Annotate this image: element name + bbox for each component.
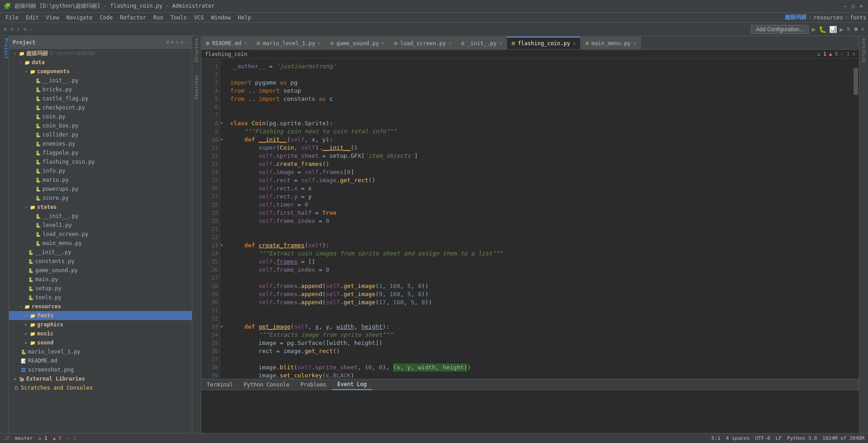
menu-vcs[interactable]: VCS [190,14,208,22]
right-scrollbar[interactable] [854,59,859,379]
project-breadcrumb-1[interactable]: 超级玛丽 [785,14,806,21]
fold-8[interactable]: ▾ [220,119,227,127]
maximize-button[interactable]: □ [850,3,856,9]
project-breadcrumb-2[interactable]: resources [814,14,843,21]
fold-23[interactable]: ▾ [220,241,227,250]
debug-button[interactable]: 🐛 [819,26,826,33]
tree-game-sound[interactable]: 🐍 game_sound.py [9,266,192,275]
tree-scratches[interactable]: 🗒 Scratches and Consoles [9,383,192,392]
fold-33[interactable]: ▾ [220,323,227,331]
project-sort-icon[interactable]: ↕ [175,39,179,45]
tab-mario-level-1[interactable]: mario_level_1.py ✕ [252,37,326,49]
profile-button[interactable]: 📊 [829,26,837,33]
tree-mario[interactable]: 🐍 mario.py [9,175,192,184]
project-settings-icon[interactable]: ⚙ [166,39,169,45]
tab-init[interactable]: _init_.py ✕ [456,37,507,49]
menu-window[interactable]: Window [208,14,234,22]
tab-main-menu[interactable]: main_menu.py ✕ [581,37,641,49]
tree-bricks[interactable]: 🐍 bricks.py [9,85,192,94]
toolbar-icon-4[interactable]: ⚙ [24,26,27,32]
tree-init-states[interactable]: 🐍 __init__.py [9,212,192,221]
tree-castle-flag[interactable]: 🐍 castle_flag.py [9,94,192,103]
run-button[interactable]: ▶ [811,25,816,33]
menu-navigate[interactable]: Navigate [63,14,96,22]
tab-flashing-coin[interactable]: flashing_coin.py ✕ [507,37,581,49]
tab-close-load-screen[interactable]: ✕ [449,41,451,46]
tree-data-folder[interactable]: ▾ 📁 data [9,58,192,67]
bottom-tab-terminal[interactable]: Terminal [201,379,238,390]
tree-powerups[interactable]: 🐍 powerups.py [9,184,192,193]
toolbar-btn-2[interactable]: ⏹ [854,26,859,32]
tab-readme[interactable]: README.md ✕ [201,37,252,49]
tree-setup[interactable]: 🐍 setup.py [9,284,192,293]
add-config-button[interactable]: Add Configuration... [751,25,809,34]
toolbar-btn-3[interactable]: ⚙ [861,26,864,32]
close-button[interactable]: ✕ [858,3,864,9]
tab-close-flashing[interactable]: ✕ [573,41,575,46]
minimize-button[interactable]: — [842,3,848,9]
project-gear-icon[interactable]: ⚙ [180,39,184,45]
tree-external-libs[interactable]: ▶ 📚 External Libraries [9,374,192,383]
tree-load-screen[interactable]: 🐍 load_screen.py [9,230,192,239]
tree-info[interactable]: 🐍 info.py [9,166,192,175]
tree-coin-box[interactable]: 🐍 coin_box.py [9,121,192,130]
tree-graphics-folder[interactable]: ▶ 📁 graphics [9,320,192,329]
right-panel-tab[interactable]: Structure [861,38,866,62]
tree-tools[interactable]: 🐍 tools.py [9,293,192,302]
toolbar-icon-3[interactable]: ↕ [17,26,20,32]
toolbar-btn-1[interactable]: ⏸ [846,26,851,32]
menu-tools[interactable]: Tools [167,14,190,22]
editor-content[interactable]: 1 2 3 4 5 6 7 8 9 10 11 12 13 14 15 16 1… [201,59,859,379]
tab-close-main-menu[interactable]: ✕ [633,41,636,46]
favorites-tab[interactable]: Favorites [194,75,199,99]
menu-help[interactable]: Help [234,14,255,22]
fold-10[interactable]: ▾ [220,136,227,144]
toolbar-icon-5[interactable]: — [30,26,33,32]
tree-flashing-coin[interactable]: 🐍 flashing_coin.py [9,157,192,166]
tree-flagpole[interactable]: 🐍 flagpole.py [9,148,192,157]
bottom-tab-problems[interactable]: Problems [295,379,332,390]
tree-sound-folder[interactable]: ▶ 📁 sound [9,338,192,347]
tree-checkpoint[interactable]: 🐍 checkpoint.py [9,103,192,112]
run-options[interactable]: ▶ [840,26,843,33]
toolbar-icon-1[interactable]: ⚙ [4,26,7,32]
project-minimize-icon[interactable]: — [185,39,188,45]
tree-resources-folder[interactable]: ▾ 📁 resources [9,302,192,311]
tree-collider[interactable]: 🐍 collider.py [9,130,192,139]
code-area[interactable]: __author__ = 'justinarmstrong' import py… [227,59,854,379]
tab-close-mario[interactable]: ✕ [318,41,321,46]
project-breadcrumb-3[interactable]: fonts [850,14,866,21]
project-collapse-icon[interactable]: ≡ [171,39,174,45]
menu-run[interactable]: Run [150,14,167,22]
menu-code[interactable]: Code [96,14,117,22]
tab-game-sound[interactable]: game_sound.py ✕ [326,37,389,49]
tab-load-screen[interactable]: load_screen.py ✕ [389,37,456,49]
tree-init-components[interactable]: 🐍 __init__.py [9,76,192,85]
tree-readme[interactable]: 📝 README.md [9,356,192,365]
structure-tab[interactable]: Structure [194,38,199,62]
tree-enemies[interactable]: 🐍 enemies.py [9,139,192,148]
tab-close-init[interactable]: ✕ [499,41,502,46]
bottom-tab-event-log[interactable]: Event Log [332,379,372,390]
tree-root[interactable]: ▾ 📁 超级玛丽 D:\python\超级玛丽 [9,49,192,58]
tree-score[interactable]: 🐍 score.py [9,193,192,203]
tree-states-folder[interactable]: ▾ 📁 states [9,203,192,212]
bottom-tab-python-console[interactable]: Python Console [238,379,295,390]
menu-refactor[interactable]: Refactor [116,14,150,22]
tree-main[interactable]: 🐍 main.py [9,275,192,284]
tree-main-menu[interactable]: 🐍 main_menu.py [9,239,192,248]
tree-components-folder[interactable]: ▾ 📁 components [9,67,192,76]
tab-close-game-sound[interactable]: ✕ [382,41,384,46]
tree-mario-level-1[interactable]: 🐍 mario_level_1.py [9,347,192,356]
tree-screenshot[interactable]: 🖼 screenshot.png [9,365,192,374]
tree-constants[interactable]: 🐍 constants.py [9,257,192,266]
menu-edit[interactable]: Edit [22,14,43,22]
tab-close-readme[interactable]: ✕ [244,41,247,46]
menu-view[interactable]: View [43,14,63,22]
tree-coin[interactable]: 🐍 coin.py [9,112,192,121]
tree-init-data[interactable]: 🐍 __init__.py [9,248,192,257]
tree-music-folder[interactable]: ▶ 📁 music [9,329,192,338]
toolbar-icon-2[interactable]: ≡ [10,26,14,32]
tree-level1[interactable]: 🐍 level1.py [9,221,192,230]
menu-file[interactable]: File [2,14,22,22]
